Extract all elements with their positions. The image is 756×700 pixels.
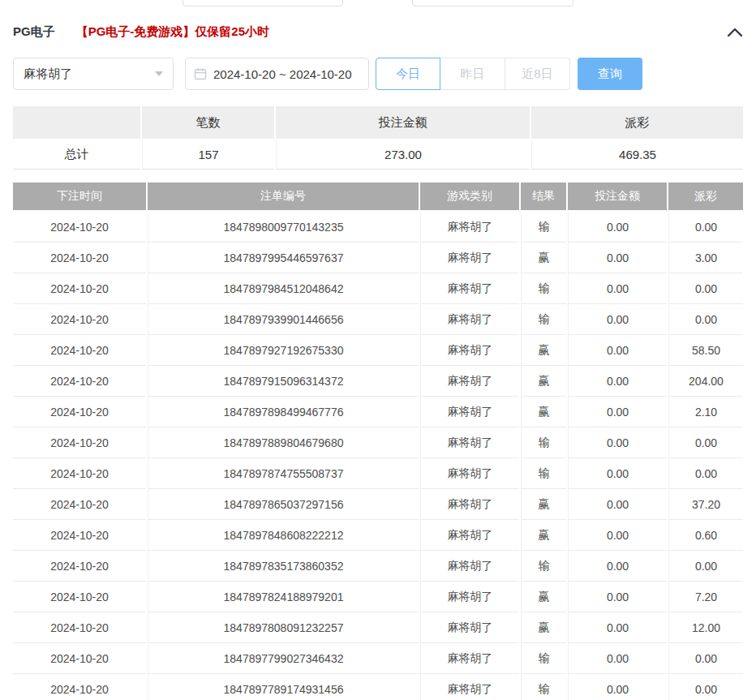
cell-bet-time: 2024-10-20 (13, 551, 146, 582)
cell-payout: 0.60 (668, 520, 743, 551)
filter-bar: 麻将胡了 2024-10-20 ~ 2024-10-20 今日 昨日 近8日 查… (13, 58, 743, 90)
cell-bet-amount: 0.00 (568, 520, 667, 551)
cell-order-id: 1847897939901446656 (148, 304, 419, 335)
cell-bet-amount: 0.00 (568, 273, 667, 304)
table-row: 2024-10-20 1847897927192675330 麻将胡了 赢 0.… (13, 335, 743, 366)
cell-bet-amount: 0.00 (568, 489, 667, 520)
cell-bet-time: 2024-10-20 (13, 304, 146, 335)
cell-bet-amount: 0.00 (568, 243, 667, 273)
cell-payout: 0.00 (668, 551, 743, 582)
quick-range-last8days[interactable]: 近8日 (505, 58, 570, 90)
summary-header-blank (13, 106, 140, 139)
summary-payout-value: 469.35 (531, 140, 743, 170)
cell-bet-time: 2024-10-20 (13, 458, 146, 489)
cell-payout: 0.00 (668, 212, 743, 243)
cell-result: 输 (521, 212, 566, 243)
table-row: 2024-10-20 1847897848608222212 麻将胡了 赢 0.… (13, 520, 743, 551)
cell-order-id: 1847897799027346432 (148, 643, 419, 674)
cell-result: 赢 (521, 397, 566, 427)
collapse-button[interactable] (727, 28, 743, 37)
cell-order-id: 1847897824188979201 (148, 582, 419, 612)
caret-down-icon (155, 71, 163, 76)
cell-payout: 7.20 (668, 582, 743, 612)
calendar-icon (194, 67, 207, 80)
cell-result: 赢 (521, 366, 566, 397)
cell-order-id: 1847897915096314372 (148, 366, 419, 397)
summary-table: 笔数 投注金额 派彩 总计 157 273.00 469.35 (13, 106, 743, 170)
date-range-value: 2024-10-20 ~ 2024-10-20 (213, 67, 352, 81)
cell-order-id: 1847897865037297156 (148, 489, 419, 520)
cell-game-type: 麻将胡了 (420, 674, 519, 700)
cell-bet-time: 2024-10-20 (13, 489, 146, 520)
truncated-input-left[interactable] (183, 0, 343, 6)
cell-order-id: 1847897898499467776 (148, 397, 419, 427)
cell-result: 输 (521, 643, 566, 674)
cell-bet-time: 2024-10-20 (13, 674, 146, 700)
quick-range-yesterday[interactable]: 昨日 (440, 58, 505, 90)
game-select[interactable]: 麻将胡了 (13, 58, 174, 90)
cell-bet-amount: 0.00 (568, 458, 667, 489)
cell-bet-time: 2024-10-20 (13, 643, 146, 674)
table-row: 2024-10-20 1847897808091232257 麻将胡了 赢 0.… (13, 612, 743, 643)
quick-range-group: 今日 昨日 近8日 (376, 58, 570, 90)
summary-header-payout: 派彩 (531, 106, 743, 139)
table-row: 2024-10-20 1847897939901446656 麻将胡了 输 0.… (13, 304, 743, 335)
table-row: 2024-10-20 1847897984512048642 麻将胡了 输 0.… (13, 273, 743, 304)
cell-payout: 58.50 (668, 335, 743, 366)
game-select-value: 麻将胡了 (24, 67, 72, 82)
col-header-bet-time: 下注时间 (13, 183, 146, 210)
cell-result: 输 (521, 427, 566, 458)
cell-payout: 0.00 (668, 643, 743, 674)
cell-game-type: 麻将胡了 (420, 520, 519, 551)
table-row: 2024-10-20 1847897824188979201 麻将胡了 赢 0.… (13, 582, 743, 612)
cell-bet-amount: 0.00 (568, 674, 667, 700)
bet-table-body: 2024-10-20 1847898009770143235 麻将胡了 输 0.… (13, 212, 743, 700)
date-range-input[interactable]: 2024-10-20 ~ 2024-10-20 (185, 58, 369, 90)
search-button[interactable]: 查询 (578, 58, 642, 90)
cell-order-id: 1847897835173860352 (148, 551, 419, 582)
quick-range-today[interactable]: 今日 (376, 58, 440, 90)
cell-payout: 0.00 (668, 304, 743, 335)
cell-payout: 0.00 (668, 458, 743, 489)
cell-game-type: 麻将胡了 (420, 612, 519, 643)
cell-result: 赢 (521, 489, 566, 520)
cell-result: 输 (521, 674, 566, 700)
cell-game-type: 麻将胡了 (420, 243, 519, 273)
col-header-game-type: 游戏类别 (420, 183, 519, 210)
table-row: 2024-10-20 1847897799027346432 麻将胡了 输 0.… (13, 643, 743, 674)
table-row: 2024-10-20 1847897995446597637 麻将胡了 赢 0.… (13, 243, 743, 273)
cell-bet-amount: 0.00 (568, 397, 667, 427)
cell-result: 输 (521, 304, 566, 335)
cell-bet-time: 2024-10-20 (13, 243, 146, 273)
cell-bet-time: 2024-10-20 (13, 273, 146, 304)
cell-game-type: 麻将胡了 (420, 643, 519, 674)
cell-payout: 0.00 (668, 427, 743, 458)
summary-bet-value: 273.00 (276, 140, 530, 170)
table-row: 2024-10-20 1847897865037297156 麻将胡了 赢 0.… (13, 489, 743, 520)
chevron-up-icon (727, 28, 743, 37)
cell-result: 赢 (521, 335, 566, 366)
bet-table: 下注时间 注单编号 游戏类别 结果 投注金额 派彩 2024-10-20 184… (13, 183, 743, 700)
cell-order-id: 1847897995446597637 (148, 243, 419, 273)
cell-payout: 0.00 (668, 674, 743, 700)
retention-notice: 【PG电子-免费游戏】仅保留25小时 (76, 24, 269, 40)
section-title: PG电子 (13, 24, 55, 40)
cell-bet-time: 2024-10-20 (13, 520, 146, 551)
cell-game-type: 麻将胡了 (420, 304, 519, 335)
cell-payout: 2.10 (668, 397, 743, 427)
cell-order-id: 1847898009770143235 (148, 212, 419, 243)
cell-game-type: 麻将胡了 (420, 582, 519, 612)
cell-bet-amount: 0.00 (568, 212, 667, 243)
cell-game-type: 麻将胡了 (420, 397, 519, 427)
cell-result: 赢 (521, 520, 566, 551)
col-header-payout: 派彩 (668, 183, 743, 210)
cell-order-id: 1847897808091232257 (148, 612, 419, 643)
truncated-input-right[interactable] (412, 0, 573, 6)
cell-game-type: 麻将胡了 (420, 212, 519, 243)
cell-bet-amount: 0.00 (568, 551, 667, 582)
cell-payout: 12.00 (668, 612, 743, 643)
table-row: 2024-10-20 1847897915096314372 麻将胡了 赢 0.… (13, 366, 743, 397)
cell-game-type: 麻将胡了 (420, 335, 519, 366)
cell-result: 输 (521, 551, 566, 582)
cell-result: 输 (521, 458, 566, 489)
